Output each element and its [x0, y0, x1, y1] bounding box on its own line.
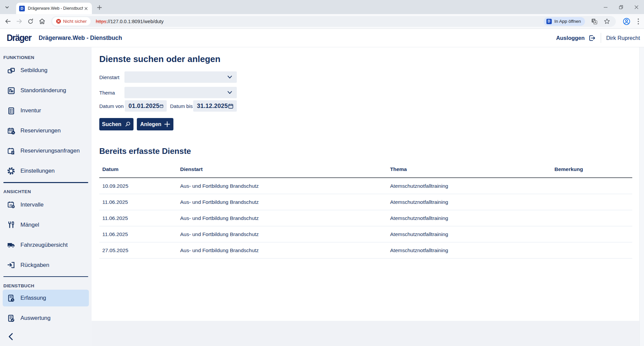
sidebar-divider [3, 182, 88, 183]
logout-button[interactable]: Ausloggen [556, 35, 585, 41]
main-area: Dienste suchen oder anlegen Dienstart Th… [92, 47, 639, 346]
column-header-datum: Datum [99, 166, 180, 172]
table-row[interactable]: 11.06.2025 Aus- und Fortbildung Brandsch… [99, 226, 632, 242]
table-row[interactable]: 27.05.2025 Aus- und Fortbildung Brandsch… [99, 242, 632, 258]
fahrzeuguebersicht-icon [7, 241, 15, 249]
results-title: Bereits erfasste Dienste [99, 147, 191, 156]
cell-datum: 11.06.2025 [99, 231, 180, 237]
sidebar-item-auswertung[interactable]: Auswertung [0, 308, 92, 328]
draeger-logo: Dräger [7, 33, 31, 43]
sidebar-item-rueckgaben[interactable]: Rückgaben [0, 255, 92, 275]
translate-icon[interactable] [591, 18, 598, 25]
bookmark-star-icon[interactable] [603, 18, 610, 25]
sidebar-item-label: Erfassung [20, 295, 46, 301]
sidebar-item-erfassung[interactable]: Erfassung [3, 290, 89, 306]
cell-datum: 10.09.2025 [99, 183, 180, 189]
column-header-thema: Thema [390, 166, 554, 172]
app-favicon-small: D [546, 19, 552, 24]
erfassung-icon [7, 294, 15, 302]
sidebar-item-label: Mängel [20, 222, 39, 228]
cell-dienstart: Aus- und Fortbildung Brandschutz [180, 215, 390, 221]
cell-thema: Atemschutznotfalltraining [390, 247, 554, 253]
cell-dienstart: Aus- und Fortbildung Brandschutz [180, 199, 390, 205]
sidebar-item-inventur[interactable]: Inventur [0, 101, 92, 121]
sidebar-item-standortaenderung[interactable]: Standortänderung [0, 80, 92, 101]
minimize-icon[interactable] [603, 5, 608, 9]
browser-toolbar: Nicht sicher https://127.0.0.1:8091/web/… [0, 14, 644, 29]
dienstart-label: Dienstart [99, 71, 119, 83]
cell-thema: Atemschutznotfalltraining [390, 199, 554, 205]
sidebar-item-reservierungsanfragen[interactable]: Reservierungsanfragen [0, 141, 92, 161]
sidebar-item-einstellungen[interactable]: Einstellungen [0, 161, 92, 181]
sidebar-divider [3, 276, 88, 277]
chevron-down-icon [227, 90, 233, 96]
auswertung-icon [7, 314, 15, 323]
browser-tabstrip: D Drägerware.Web - Dienstbuch [0, 0, 644, 14]
sidebar-item-label: Setbildung [20, 67, 47, 74]
cell-datum: 11.06.2025 [99, 215, 180, 221]
home-icon[interactable] [38, 17, 46, 26]
profile-icon[interactable] [623, 17, 631, 25]
reload-icon[interactable] [26, 17, 35, 26]
datum-bis-label: Datum bis [170, 100, 193, 112]
rueckgaben-icon [7, 261, 15, 270]
collapse-sidebar-chevron-left-icon[interactable] [7, 333, 14, 341]
cell-datum: 11.06.2025 [99, 199, 180, 205]
table-header-row: Datum Dienstart Thema Bemerkung [99, 161, 632, 178]
app-header: Dräger Drägerware.Web - Dienstbuch Auslo… [0, 29, 644, 47]
thema-select[interactable] [124, 87, 237, 98]
intervalle-icon: 22 [7, 200, 15, 209]
sidebar-item-label: Rückgaben [20, 262, 49, 269]
forward-icon[interactable] [15, 17, 23, 26]
sidebar-item-reservierungen[interactable]: Reservierungen [0, 121, 92, 141]
column-header-bemerkung: Bemerkung [554, 166, 632, 172]
page-title: Dienste suchen oder anlegen [99, 54, 220, 64]
sidebar-item-label: Fahrzeugübersicht [20, 242, 68, 248]
page-scrollbar[interactable] [639, 47, 644, 346]
sidebar-item-intervalle[interactable]: 22 Intervalle [0, 195, 92, 215]
cell-thema: Atemschutznotfalltraining [390, 231, 554, 237]
content-panel: Dienste suchen oder anlegen Dienstart Th… [92, 47, 639, 321]
table-row[interactable]: 11.06.2025 Aus- und Fortbildung Brandsch… [99, 194, 632, 210]
standortaenderung-icon [7, 86, 15, 95]
tab-close-icon[interactable] [83, 6, 89, 11]
url-scheme: https [96, 19, 106, 24]
table-row[interactable]: 10.09.2025 Aus- und Fortbildung Brandsch… [99, 178, 632, 194]
anlegen-button[interactable]: Anlegen [137, 118, 173, 130]
tab-search-icon[interactable] [4, 4, 10, 10]
calendar-icon [228, 103, 234, 110]
restore-icon[interactable] [619, 5, 623, 9]
security-chip[interactable]: Nicht sicher [52, 17, 91, 25]
cell-dienstart: Aus- und Fortbildung Brandschutz [180, 247, 390, 253]
cell-thema: Atemschutznotfalltraining [390, 183, 554, 189]
cell-datum: 27.05.2025 [99, 247, 180, 253]
not-secure-icon [56, 19, 61, 24]
user-name: Dirk Ruprecht [606, 35, 640, 41]
datum-bis-value: 31.12.2025 [197, 103, 228, 110]
sidebar-item-label: Standortänderung [20, 87, 66, 94]
inventur-icon [7, 106, 15, 115]
back-icon[interactable] [3, 17, 12, 26]
window-controls [603, 0, 639, 14]
close-window-icon[interactable] [634, 5, 639, 9]
table-row[interactable]: 11.06.2025 Aus- und Fortbildung Brandsch… [99, 210, 632, 226]
dienstart-select[interactable] [124, 71, 237, 83]
sidebar-item-setbildung[interactable]: Setbildung [0, 60, 92, 80]
logout-icon[interactable] [588, 34, 596, 42]
browser-tab[interactable]: D Drägerware.Web - Dienstbuch [16, 3, 92, 14]
sidebar-item-label: Reservierungen [20, 127, 61, 134]
menu-dots-icon[interactable] [635, 18, 641, 25]
new-tab-icon[interactable] [97, 5, 102, 10]
suchen-button[interactable]: Suchen [99, 118, 133, 130]
datum-bis-input[interactable]: 31.12.2025 [193, 100, 237, 112]
open-in-app-button[interactable]: D In App öffnen [544, 17, 585, 26]
sidebar-item-fahrzeuguebersicht[interactable]: Fahrzeugübersicht [0, 235, 92, 255]
datum-von-input[interactable]: 01.01.2025 [125, 100, 167, 112]
address-bar[interactable]: Nicht sicher https://127.0.0.1:8091/web/… [51, 16, 616, 27]
reservierungsanfragen-icon [7, 147, 15, 155]
results-table: Datum Dienstart Thema Bemerkung 10.09.20… [99, 161, 632, 258]
cell-thema: Atemschutznotfalltraining [390, 215, 554, 221]
sidebar-item-maengel[interactable]: Mängel [0, 215, 92, 235]
app-title: Drägerware.Web - Dienstbuch [39, 35, 122, 42]
app-favicon: D [19, 6, 25, 11]
